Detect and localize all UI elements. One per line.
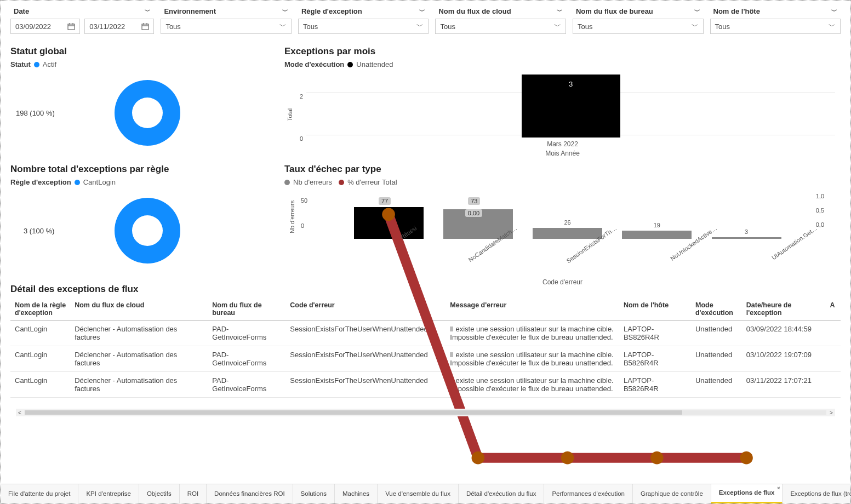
failure-rate-panel: Taux d'échec par type Nb d'erreurs % d'e…	[279, 159, 841, 283]
filter-exception-rule-header[interactable]: Règle d'exception ﹀	[298, 6, 429, 16]
exceptions-rule-title: Nombre total d'exceptions par règle	[10, 164, 279, 175]
scroll-track[interactable]	[25, 410, 826, 415]
date-from-value: 03/09/2022	[15, 22, 51, 31]
filter-desktop-flow-value: Tous	[578, 22, 592, 31]
svg-point-8	[382, 208, 395, 221]
calendar-icon	[141, 22, 149, 30]
tab[interactable]: KPI d'entreprise	[78, 484, 139, 503]
combo-plot: 26 19 3 77 73 0,00	[314, 190, 811, 239]
exceptions-rule-panel: Nombre total d'exceptions par règle Règl…	[10, 159, 279, 283]
cell-extra	[826, 320, 841, 346]
filter-environment: Environnement ﹀ Tous ﹀	[161, 6, 292, 34]
filter-desktop-flow-label: Nom du flux de bureau	[576, 7, 653, 15]
scroll-right-arrow-icon[interactable]: >	[827, 410, 835, 416]
date-from-input[interactable]: 03/09/2022	[10, 19, 80, 34]
filter-environment-header[interactable]: Environnement ﹀	[161, 6, 292, 16]
filter-date: Date ﹀ 03/09/2022 03/11/2022	[10, 6, 154, 34]
donut-chart	[115, 80, 180, 146]
global-status-donut[interactable]: 198 (100 %)	[10, 72, 279, 154]
scroll-left-arrow-icon[interactable]: <	[16, 410, 24, 416]
tab[interactable]: Solutions	[293, 484, 335, 503]
exceptions-rule-legend-value: CantLogin	[83, 178, 116, 186]
filter-desktop-flow-header[interactable]: Nom du flux de bureau ﹀	[573, 6, 704, 16]
cell-cloud: Déclencher - Automatisation des factures	[70, 320, 208, 346]
exceptions-month-category: Mars 2022	[547, 140, 578, 148]
chevron-down-icon: ﹀	[831, 7, 837, 15]
y-tick: 2	[300, 93, 303, 100]
exceptions-rule-donut[interactable]: 3 (100 %)	[10, 190, 279, 272]
tab[interactable]: Données financières ROI	[207, 484, 293, 503]
chevron-down-icon: ﹀	[145, 7, 151, 15]
filter-cloud-flow-header[interactable]: Nom du flux de cloud ﹀	[435, 6, 566, 16]
tab[interactable]: Exceptions de flux (trois)	[783, 484, 851, 503]
y-tick-right: 0,0	[816, 221, 824, 228]
chevron-down-icon: ﹀	[829, 21, 836, 31]
cell-desktop: PAD-GetInvoiceForms	[208, 372, 285, 398]
exceptions-rule-donut-label: 3 (100 %)	[24, 227, 54, 235]
col-extra[interactable]: A	[826, 298, 841, 320]
exceptions-month-legend-label: Mode d'exécution	[284, 60, 344, 68]
scroll-thumb[interactable]	[25, 410, 682, 415]
exceptions-month-xlabel-sub: Mois Année	[545, 150, 580, 157]
chevron-down-icon: ﹀	[694, 7, 700, 15]
global-status-legend-value: Actif	[43, 60, 56, 68]
filter-row: Date ﹀ 03/09/2022 03/11/2022 Environneme…	[10, 6, 841, 34]
failure-rate-legend-b: % d'erreur Total	[347, 178, 397, 186]
svg-point-10	[561, 451, 574, 465]
cell-cloud: Déclencher - Automatisation des factures	[70, 346, 208, 372]
col-cloud[interactable]: Nom du flux de cloud	[70, 298, 208, 320]
filter-host-select[interactable]: Tous ﹀	[710, 19, 841, 34]
filter-cloud-flow-select[interactable]: Tous ﹀	[435, 19, 566, 34]
date-to-value: 03/11/2022	[89, 22, 125, 31]
failure-rate-xlabel: Code d'erreur	[542, 278, 582, 286]
tab[interactable]: Détail d'exécution du flux	[459, 484, 545, 503]
filter-environment-select[interactable]: Tous ﹀	[161, 19, 292, 34]
cell-extra	[826, 346, 841, 372]
global-status-panel: Statut global Statut Actif 198 (100 %)	[10, 42, 279, 159]
date-to-input[interactable]: 03/11/2022	[84, 19, 154, 34]
filter-desktop-flow-select[interactable]: Tous ﹀	[573, 19, 704, 34]
exceptions-month-title: Exceptions par mois	[284, 46, 841, 57]
y-tick-right: 0,5	[816, 207, 824, 214]
y-tick: 0	[300, 135, 303, 142]
col-rule[interactable]: Nom de la règle d'exception	[10, 298, 70, 320]
global-status-donut-label: 198 (100 %)	[16, 109, 55, 117]
bar-value: 3	[569, 80, 573, 88]
filter-host-label: Nom de l'hôte	[713, 7, 760, 15]
tab[interactable]: Vue d'ensemble du flux	[378, 484, 459, 503]
tab[interactable]: File d'attente du projet	[1, 484, 78, 503]
horizontal-scrollbar[interactable]: < >	[16, 409, 835, 416]
filter-host-header[interactable]: Nom de l'hôte ﹀	[710, 6, 841, 16]
tab[interactable]: Objectifs	[139, 484, 180, 503]
filter-host: Nom de l'hôte ﹀ Tous ﹀	[710, 6, 841, 34]
tab[interactable]: Graphique de contrôle	[633, 484, 711, 503]
exceptions-month-chart[interactable]: Total 2 0 3 Mars 2022 Mois Année	[284, 72, 841, 159]
col-desktop[interactable]: Nom du flux de bureau	[208, 298, 285, 320]
chevron-down-icon: ﹀	[279, 21, 287, 31]
failure-rate-ylabel: Nb d'erreurs	[289, 201, 295, 233]
tab[interactable]: Exceptions de flux×	[711, 484, 783, 503]
filter-environment-value: Tous	[165, 22, 180, 31]
filter-exception-rule: Règle d'exception ﹀ Tous ﹀	[298, 6, 429, 34]
chevron-down-icon: ﹀	[554, 21, 561, 31]
exceptions-month-legend: Mode d'exécution Unattended	[284, 60, 841, 68]
close-icon[interactable]: ×	[777, 485, 780, 491]
failure-rate-chart[interactable]: Nb d'erreurs 50 0 1,0 0,5 0,0 26 19 3 77…	[284, 190, 841, 283]
filter-desktop-flow: Nom du flux de bureau ﹀ Tous ﹀	[573, 6, 704, 34]
tab[interactable]: Machines	[335, 484, 378, 503]
filter-date-header[interactable]: Date ﹀	[10, 6, 154, 16]
page-tabs: File d'attente du projetKPI d'entreprise…	[1, 484, 850, 503]
tab[interactable]: ROI	[180, 484, 207, 503]
tab[interactable]: Performances d'exécution	[544, 484, 633, 503]
chevron-down-icon: ﹀	[282, 7, 288, 15]
filter-exception-rule-value: Tous	[303, 22, 318, 31]
legend-dot-icon	[34, 62, 39, 67]
failure-rate-title: Taux d'échec par type	[284, 164, 841, 175]
filter-cloud-flow: Nom du flux de cloud ﹀ Tous ﹀	[435, 6, 566, 34]
filter-date-label: Date	[14, 7, 29, 15]
donut-chart	[115, 198, 180, 264]
filter-exception-rule-select[interactable]: Tous ﹀	[298, 19, 429, 34]
cell-rule: CantLogin	[10, 372, 70, 398]
y-tick-left: 0	[301, 222, 304, 229]
cell-rule: CantLogin	[10, 320, 70, 346]
